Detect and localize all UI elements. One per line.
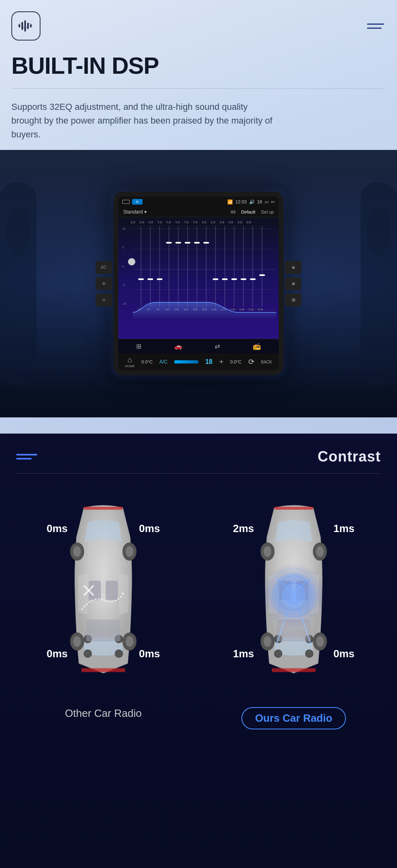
db-5: 5 [122,246,126,249]
topbar-right: 📶 12:03 🔊 18 ▭ ↩ [227,199,275,205]
page-title: BUILT-IN DSP [0,49,397,82]
eq-buttons: All Default Set up [231,210,274,214]
contrast-line-1 [16,454,37,455]
eq-values-row: 2.0 2.0 2.0 7.0 7.0 7.0 7.0 7.0 2.0 2.0 … [121,220,276,224]
svg-point-10 [73,546,81,556]
eq-controls-bar: Standard ▾ All Default Set up [118,207,279,217]
transfer-nav-btn[interactable]: ⇄ [215,342,220,350]
clock-display: 12:03 [235,199,247,204]
screen-inner: In 📶 12:03 🔊 18 ▭ ↩ [118,197,279,370]
eq-all-btn[interactable]: All [231,210,235,214]
top-section: BUILT-IN DSP Supports 32EQ adjustment, a… [0,0,397,434]
ac-label: A/C [159,359,167,365]
cars-comparison: 0ms 0ms 0ms 0ms [8,490,389,729]
title-divider [11,88,386,89]
eq-val-0: 2.0 [129,220,137,224]
bottom-section: Contrast 0ms 0ms 0ms 0ms [0,434,397,868]
right-btn-1[interactable]: ◉ [285,261,301,274]
eq-curve-area [133,294,276,319]
car-nav-btn[interactable]: 🚗 [174,342,182,350]
eq-curve-svg [133,294,276,319]
svg-point-8 [367,207,391,255]
volume-icon: 🔊 [249,199,255,205]
eq-db-labels: 10 5 0 -5 -10 [121,226,128,307]
contrast-line-2 [16,458,32,460]
menu-line-1 [367,24,384,25]
indicator-badge: In [132,199,143,205]
header [0,0,397,49]
right-car-display: 2ms 1ms 1ms 0ms [241,498,346,693]
svg-point-6 [6,207,30,255]
temp-control-bar[interactable] [174,360,198,363]
left-car-caption: Other Car Radio [65,707,141,720]
equalizer-icon: ⊞ [136,342,141,350]
contrast-title: Contrast [318,448,381,465]
minus-button[interactable]: ⊖ [96,293,112,306]
eq-val-12: 2.0 [236,220,244,224]
ours-car-label-wrapper: Ours Car Radio [241,707,346,729]
left-top-left-label: 0ms [47,522,68,535]
right-panel-decoration [348,150,397,417]
db-0: 0 [122,265,126,268]
contrast-divider [16,473,381,474]
svg-rect-2 [24,20,26,32]
eq-default-btn[interactable]: Default [241,210,255,214]
svg-point-42 [274,650,282,657]
eq-val-10: 2.0 [218,220,226,224]
equalizer-nav-btn[interactable]: ⊞ [136,342,141,350]
svg-point-35 [316,546,324,556]
sound-icon: 📻 [253,342,261,350]
page-description: Supports 32EQ adjustment, and the ultra-… [0,95,292,150]
eq-val-11: 2.0 [227,220,235,224]
right-car-side: 2ms 1ms 1ms 0ms [203,490,385,729]
contrast-icon-lines [16,454,37,460]
right-btn-3[interactable]: ▦ [285,293,301,306]
menu-line-2 [367,28,382,29]
fan-icon: ⟳ [248,357,254,366]
svg-rect-23 [86,620,120,641]
right-btn-2[interactable]: ◉ [285,277,301,290]
screen-bottom-nav: ⊞ 🚗 ⇄ 📻 [118,339,279,353]
plus-ctrl[interactable]: + [219,358,224,366]
sound-nav-btn[interactable]: 📻 [253,342,261,350]
ac-button[interactable]: AC [96,261,112,274]
left-temp-value: 0.0°C [141,359,153,364]
eq-val-6: 7.0 [182,220,190,224]
contrast-header: Contrast [8,434,389,473]
eq-val-1: 2.0 [138,220,146,224]
eq-val-2: 2.0 [147,220,155,224]
svg-point-14 [73,636,81,646]
svg-rect-22 [106,581,118,600]
eq-val-9: 2.0 [209,220,217,224]
eq-val-7: 7.0 [191,220,199,224]
eq-preset-label: Standard ▾ [123,209,147,215]
ours-car-radio-button[interactable]: Ours Car Radio [241,707,346,729]
svg-rect-24 [84,507,123,509]
right-top-left-label: 2ms [233,522,254,535]
menu-button[interactable] [367,24,384,29]
left-car-side: 0ms 0ms 0ms 0ms [12,490,194,720]
db-neg5: -5 [122,284,126,286]
transfer-icon: ⇄ [215,342,220,350]
eq-area: 2.0 2.0 2.0 7.0 7.0 7.0 7.0 7.0 2.0 2.0 … [118,217,279,339]
back-btn[interactable]: BACK [261,360,272,364]
svg-rect-47 [274,507,313,509]
svg-rect-0 [19,24,20,28]
battery-num: 18 [257,199,262,204]
svg-point-37 [264,636,271,646]
eq-circle-indicator [128,258,135,265]
svg-rect-25 [81,668,125,672]
antenna-icon: 📶 [227,199,233,205]
plus-button[interactable]: ⊕ [96,277,112,290]
screen-ac-bar: ⌂ HOME 0.0°C A/C 18 + 0.0°C ⟳ [118,353,279,370]
eq-val-3: 7.0 [156,220,164,224]
home-button[interactable]: ⌂ HOME [125,356,134,368]
side-buttons-left: AC ⊕ ⊖ [96,261,112,306]
db-10: 10 [122,227,126,230]
svg-rect-4 [30,24,32,28]
screen-topbar: In 📶 12:03 🔊 18 ▭ ↩ [118,197,279,207]
window-icon [122,200,130,204]
right-car-svg [241,498,346,693]
right-bot-left-label: 1ms [233,648,254,660]
eq-setup-btn[interactable]: Set up [261,210,274,214]
